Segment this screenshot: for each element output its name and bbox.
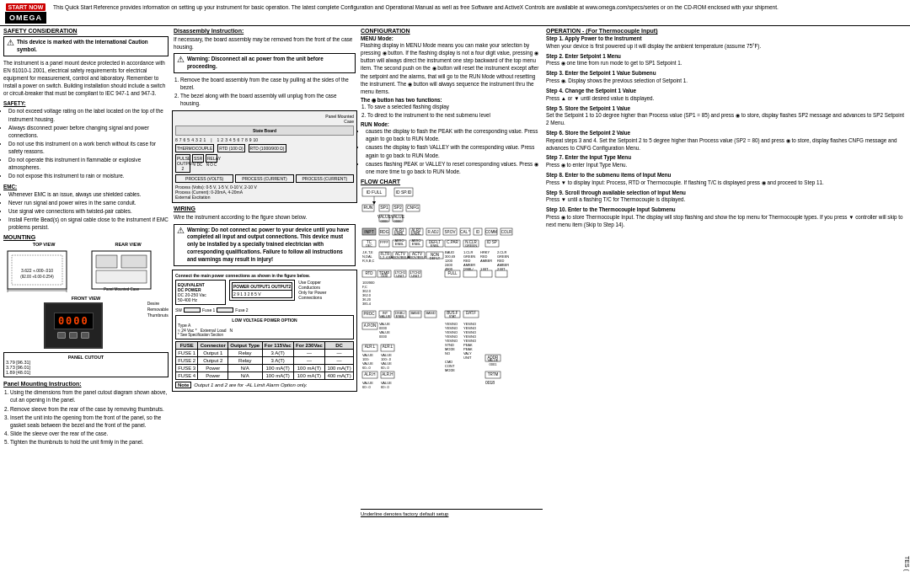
output-labels: PULSEOUTPUT 2 SSR V DC RELAY N O C: [175, 154, 354, 173]
process-labels: PROCESS (VOLTS) PROCESS (CURRENT) PROCES…: [175, 174, 354, 183]
run-bullet-1: causes the display to flash the PEAK wit…: [366, 127, 543, 142]
flow-chart-svg: ID FULL ID SP.ID RUN SP1 SP2 CNFG: [361, 186, 538, 506]
svg-text:STAT: STAT: [449, 315, 457, 318]
start-now-badge: START NOW: [6, 3, 46, 11]
step-7-text: Press ◉ to enter Input Type Menu.: [546, 162, 908, 169]
panel-mounted-label: Panel MountedCase: [175, 114, 354, 124]
disassembly-step-1: Remove the board assembly from the case …: [180, 76, 356, 91]
svg-text:60↑.0: 60↑.0: [381, 385, 390, 389]
copper-note: Use CopperConductorsOnly for PowerConnec…: [298, 280, 326, 300]
svg-text:A.P.ON: A.P.ON: [364, 323, 377, 328]
state-board-terminals: State Board: [175, 126, 354, 136]
svg-text:DEFLT: DEFLT: [430, 256, 441, 260]
svg-text:ID: ID: [476, 230, 480, 234]
fuse-3-115v: 100 mA(T): [262, 364, 293, 372]
power-connections-title: Connect the main power connections as sh…: [175, 273, 354, 278]
svg-text:COMM: COMM: [485, 230, 497, 234]
run-bullets: causes the display to flash the PEAK wit…: [361, 127, 543, 175]
wiring-warning-icon: ⚠: [177, 227, 185, 235]
svg-text:(92.00 +0.00-0.254): (92.00 +0.00-0.254): [20, 275, 54, 279]
fuse-2-115v: 3 A(T): [262, 356, 293, 364]
device-front-face: 0000: [44, 302, 103, 349]
panel-mounting-step-2: Remove sleeve from the rear of the case …: [10, 405, 169, 413]
fuse-1-symbol: [184, 307, 201, 313]
step-8-title: Step 8. Enter to the submenu items of In…: [546, 172, 908, 179]
svg-text:385.4: 385.4: [362, 302, 372, 306]
svg-text:1,2-4,8: 1,2-4,8: [380, 255, 391, 259]
fuse-2-symbol: [217, 307, 233, 313]
emc-bullets: Whenever EMC is an issue, always use shi…: [3, 190, 169, 232]
svg-rect-199: [463, 270, 477, 277]
emc-bullet-4: Install Ferrite Bead(s) on signal cable …: [8, 216, 169, 231]
safety-bullet-3: Do not use this instrument on a work ben…: [8, 140, 169, 155]
safety-bullet-4: Do not operate this instrument in flamma…: [8, 156, 169, 171]
output-note-text: Output 1 and 2 are for -AL Limit Alarm O…: [194, 382, 307, 388]
svg-text:0000: 0000: [381, 219, 389, 223]
svg-text:CNFG: CNFG: [407, 205, 419, 210]
disassembly-warning-box: ⚠ Warning: Disconnect all ac power from …: [174, 53, 356, 73]
fuse-3-id: FUSE 3: [176, 364, 198, 372]
svg-text:0000: 0000: [394, 219, 403, 223]
terminal-4b: 4: [229, 137, 232, 142]
terminal-3: 3: [195, 137, 198, 142]
terminal-5: 5: [187, 137, 190, 142]
pulse-output: PULSEOUTPUT 2: [175, 154, 190, 173]
operation-step-10: Step 10. Enter to the Thermocouple Input…: [546, 206, 908, 228]
svg-text:60↓.0: 60↓.0: [381, 366, 390, 370]
wiring-warning-text: Warning: Do not connect ac power to your…: [187, 227, 352, 264]
svg-text:SP1: SP1: [380, 205, 388, 210]
page: START NOW OMEGA This Quick Start Referen…: [0, 0, 910, 588]
wiring-section: WIRING Wire the instrument according to …: [172, 206, 357, 265]
operation-step-9: Step 9. Scroll through available selecti…: [546, 190, 908, 205]
output-type-col-header: Output Type: [228, 341, 263, 349]
operation-title: OPERATION - (For Thermocouple Input): [546, 28, 908, 34]
theta-button-list: To save a selected flashing display To d…: [361, 103, 543, 119]
step-5-title: Step 5. Store the Setpoint 1 Value: [546, 105, 908, 113]
safety-bullet-5: Do not expose this instrument to rain or…: [8, 172, 169, 179]
terminal-4: 4: [191, 137, 194, 142]
fuse-1-115v: 3 A(T): [262, 349, 293, 356]
svg-text:3.622 +.000-.010: 3.622 +.000-.010: [21, 268, 53, 273]
run-mode-title: RUN Mode:: [361, 121, 543, 127]
display-digits: 0000: [54, 313, 94, 329]
fuse-row-2: FUSE 2 Output 2 Relay 3 A(T) — —: [176, 356, 354, 364]
panel-mounting-section: Panel Mounting Instruction: Using the di…: [2, 381, 170, 446]
column-3: CONFIGURATION MENU Mode: Flashing displa…: [359, 28, 544, 586]
svg-text:RDG: RDG: [379, 229, 388, 234]
omega-logo: OMEGA: [5, 12, 46, 24]
terminal-10b: 10: [254, 137, 259, 142]
svg-text:ABOV/BELO: ABOV/BELO: [408, 255, 427, 259]
svg-text:ALR.H: ALR.H: [364, 372, 375, 377]
safety-bullet-1: Do not exceed voltage rating on the labe…: [8, 107, 169, 122]
panel-mounting-step-1: Using the dimensions from the panel cuto…: [10, 388, 169, 404]
disassembly-title: Disassembly Instruction:: [174, 28, 356, 34]
input-type-labels: THERMOCOUPLE RTD (100 Ω) RTD (1000/900 Ω…: [175, 144, 354, 152]
output-note-row: Note Output 1 and 2 are for -AL Limit Al…: [175, 382, 354, 388]
caution-icon: ⚠: [7, 39, 14, 47]
svg-text:C.PAR: C.PAR: [447, 240, 458, 244]
fuse-row-3: FUSE 3 Power N/A 100 mA(T) 100 mA(T) 100…: [176, 364, 354, 372]
operation-step-3: Step 3. Enter the Setpoint 1 Value Subme…: [546, 70, 908, 85]
svg-text:ID SP.ID: ID SP.ID: [396, 190, 412, 195]
emc-bullet-3: Use signal wire connections with twisted…: [8, 207, 169, 215]
equivalent-dc-power: EQUIVALENTDC POWER DC 20-250 Vac50-400 H…: [175, 280, 226, 305]
fuse-2-230v: —: [293, 356, 324, 364]
panel-mounting-step-3: Insert the unit into the opening from th…: [10, 414, 169, 429]
svg-text:FULL: FULL: [447, 271, 458, 275]
device-btn-3: [81, 332, 89, 339]
power-out-header: POWER OUTPUT1 OUTPUT2: [233, 282, 292, 290]
svg-text:60↑.0: 60↑.0: [362, 385, 372, 389]
svg-text:COLR: COLR: [501, 230, 512, 234]
process-current1-label: PROCESS (CURRENT): [235, 174, 293, 183]
terminal-7: 7: [179, 137, 182, 142]
svg-rect-10: [96, 270, 147, 283]
fuse-1-dc: —: [325, 349, 354, 356]
fuse-2-id: FUSE 2: [176, 356, 198, 364]
disassembly-intro: If necessary, the board assembly may be …: [174, 35, 356, 51]
theta-fn-1: To save a selected flashing display: [367, 103, 543, 110]
terminal-5b: 5: [233, 137, 236, 142]
fuse-col-header: FUSE: [176, 341, 198, 349]
step-9-title: Step 9. Scroll through available selecti…: [546, 190, 908, 197]
svg-text:UNIT: UNIT: [463, 355, 472, 360]
voltage-spec-1: ≈ 24 Vac *: [178, 328, 197, 333]
